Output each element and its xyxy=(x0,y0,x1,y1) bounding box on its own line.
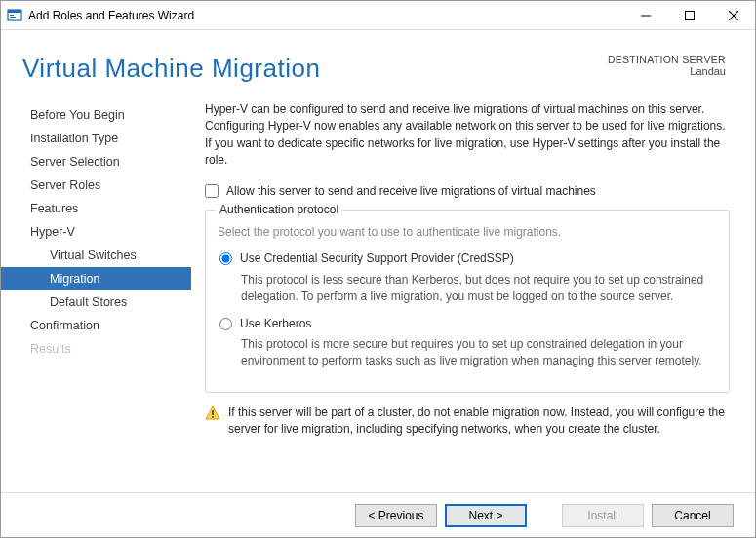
intro-text: Hyper-V can be configured to send and re… xyxy=(205,101,730,170)
svg-rect-9 xyxy=(212,410,214,415)
nav-virtual-switches[interactable]: Virtual Switches xyxy=(1,244,191,267)
nav-results: Results xyxy=(1,337,191,361)
window-title: Add Roles and Features Wizard xyxy=(28,9,623,22)
auth-help-text: Select the protocol you want to use to a… xyxy=(218,224,717,241)
window-controls xyxy=(623,1,755,29)
wizard-sidebar: Before You Begin Installation Type Serve… xyxy=(1,96,191,438)
kerberos-radio[interactable] xyxy=(219,318,232,330)
nav-server-selection[interactable]: Server Selection xyxy=(1,150,191,173)
svg-rect-3 xyxy=(10,17,16,18)
kerberos-label: Use Kerberos xyxy=(240,316,311,332)
footer: < Previous Next > Install Cancel xyxy=(1,492,755,537)
nav-confirmation[interactable]: Confirmation xyxy=(1,314,191,337)
allow-migration-row[interactable]: Allow this server to send and receive li… xyxy=(205,183,730,200)
nav-hyper-v[interactable]: Hyper-V xyxy=(1,220,191,244)
svg-rect-1 xyxy=(8,10,21,13)
credssp-row[interactable]: Use Credential Security Support Provider… xyxy=(218,250,717,267)
credssp-desc: This protocol is less secure than Kerber… xyxy=(241,272,717,306)
close-icon xyxy=(729,11,738,20)
cluster-warning: If this server will be part of a cluster… xyxy=(205,404,730,439)
destination-name: Landau xyxy=(608,65,726,77)
header-row: Virtual Machine Migration DESTINATION SE… xyxy=(1,30,755,96)
next-button[interactable]: Next > xyxy=(445,504,527,527)
auth-group-title: Authentication protocol xyxy=(216,202,342,218)
kerberos-row[interactable]: Use Kerberos xyxy=(218,316,717,332)
app-icon xyxy=(7,8,22,23)
allow-migration-checkbox[interactable] xyxy=(205,184,219,198)
destination-label: DESTINATION SERVER xyxy=(608,54,726,65)
previous-button[interactable]: < Previous xyxy=(355,504,437,527)
page-title: Virtual Machine Migration xyxy=(22,54,608,84)
warning-text: If this server will be part of a cluster… xyxy=(228,404,730,439)
cancel-button[interactable]: Cancel xyxy=(652,504,734,527)
maximize-icon xyxy=(685,11,695,20)
nav-before-you-begin[interactable]: Before You Begin xyxy=(1,103,191,127)
content-pane: Hyper-V can be configured to send and re… xyxy=(191,96,734,438)
auth-protocol-group: Authentication protocol Select the proto… xyxy=(205,210,730,393)
maximize-button[interactable] xyxy=(667,1,711,29)
nav-default-stores[interactable]: Default Stores xyxy=(1,290,191,314)
svg-rect-2 xyxy=(10,15,14,16)
body: Before You Begin Installation Type Serve… xyxy=(1,96,755,438)
minimize-icon xyxy=(641,11,651,20)
nav-features[interactable]: Features xyxy=(1,197,191,220)
nav-installation-type[interactable]: Installation Type xyxy=(1,127,191,150)
titlebar: Add Roles and Features Wizard xyxy=(1,1,755,30)
kerberos-desc: This protocol is more secure but require… xyxy=(241,336,717,370)
svg-rect-5 xyxy=(685,11,694,19)
nav-migration[interactable]: Migration xyxy=(1,267,191,290)
minimize-button[interactable] xyxy=(623,1,667,29)
install-button: Install xyxy=(562,504,644,527)
close-button[interactable] xyxy=(711,1,755,29)
nav-server-roles[interactable]: Server Roles xyxy=(1,173,191,197)
credssp-label: Use Credential Security Support Provider… xyxy=(240,250,514,267)
credssp-radio[interactable] xyxy=(219,252,232,265)
destination-server-box: DESTINATION SERVER Landau xyxy=(608,54,726,77)
svg-rect-10 xyxy=(212,416,214,418)
warning-icon xyxy=(205,405,220,421)
allow-migration-label: Allow this server to send and receive li… xyxy=(226,183,596,200)
